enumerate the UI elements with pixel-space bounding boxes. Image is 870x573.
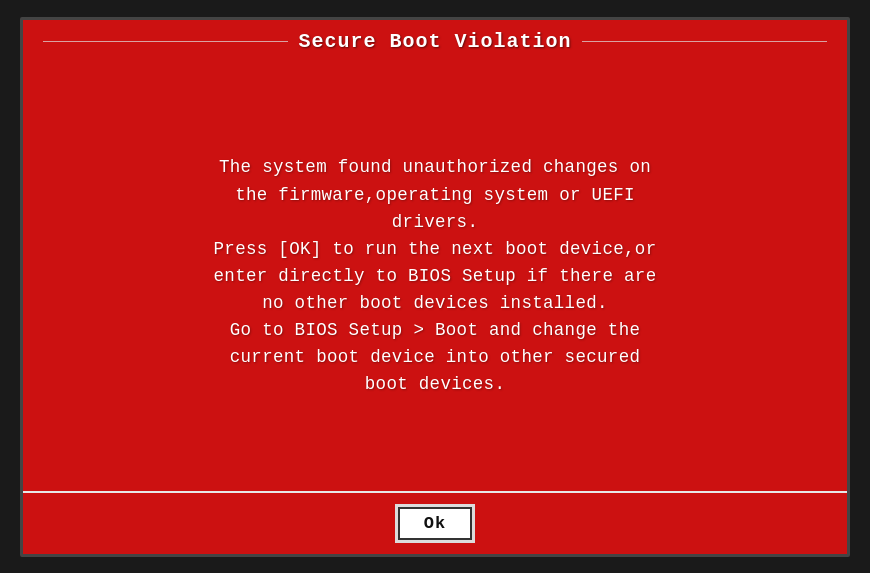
message-line5: enter directly to BIOS Setup if there ar…: [214, 266, 657, 286]
message-area: The system found unauthorized changes on…: [23, 63, 847, 491]
title-line-left: [43, 41, 288, 42]
title-bar: Secure Boot Violation: [23, 20, 847, 63]
message-line4: Press [OK] to run the next boot device,o…: [214, 239, 657, 259]
button-area: Ok: [23, 491, 847, 554]
secure-boot-dialog: Secure Boot Violation The system found u…: [20, 17, 850, 557]
ok-button[interactable]: Ok: [398, 507, 472, 540]
message-line7: Go to BIOS Setup > Boot and change the: [230, 320, 640, 340]
message-text: The system found unauthorized changes on…: [214, 154, 657, 398]
message-line3: drivers.: [392, 212, 478, 232]
dialog-title: Secure Boot Violation: [298, 30, 571, 53]
message-line8: current boot device into other secured: [230, 347, 640, 367]
message-line1: The system found unauthorized changes on: [219, 157, 651, 177]
message-line6: no other boot devices installed.: [262, 293, 608, 313]
title-line-right: [582, 41, 827, 42]
message-line9: boot devices.: [365, 374, 505, 394]
message-line2: the firmware,operating system or UEFI: [235, 185, 635, 205]
